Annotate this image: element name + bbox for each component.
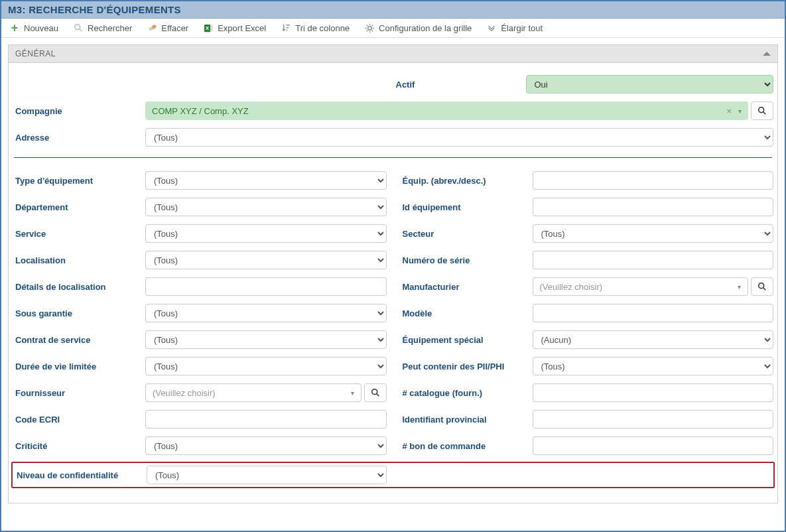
pii-phi-select[interactable]: (Tous) [533, 357, 774, 375]
svg-line-1 [80, 29, 82, 32]
fournisseur-label: Fournisseur [13, 388, 145, 398]
adresse-select[interactable]: (Tous) [145, 128, 773, 147]
chevron-down-icon[interactable]: ▾ [735, 283, 744, 291]
gear-icon [364, 23, 375, 33]
compagnie-search-button[interactable] [751, 101, 773, 120]
bon-commande-label: # bon de commande [400, 441, 533, 451]
numero-serie-input[interactable] [533, 251, 774, 269]
plus-icon: + [9, 23, 20, 33]
manufacturier-combo[interactable]: (Veuillez choisir) ▾ [533, 277, 749, 296]
svg-text:X: X [206, 25, 209, 31]
criticite-select[interactable]: (Tous) [145, 436, 387, 455]
svg-line-20 [763, 112, 766, 115]
elargir-button[interactable]: Élargir tout [486, 23, 543, 33]
svg-line-17 [366, 30, 367, 31]
type-equip-select[interactable]: (Tous) [145, 171, 387, 190]
equip-abrev-input[interactable] [533, 171, 774, 190]
secteur-select[interactable]: (Tous) [533, 224, 774, 243]
toolbar: + Nouveau Rechercher Effacer X Export Ex… [1, 19, 785, 38]
niveau-conf-select[interactable]: (Tous) [147, 466, 387, 484]
manufacturier-placeholder: (Veuillez choisir) [540, 282, 736, 292]
code-ecri-input[interactable] [145, 410, 387, 429]
sort-icon [281, 23, 291, 33]
duree-vie-select[interactable]: (Tous) [145, 357, 387, 375]
rechercher-label: Rechercher [88, 23, 132, 33]
chevron-down-icon[interactable]: ▾ [348, 389, 357, 397]
window-title: M3: RECHERCHE D'ÉQUIPEMENTS [1, 1, 785, 19]
localisation-label: Localisation [13, 255, 145, 265]
equip-special-select[interactable]: (Aucun) [533, 330, 774, 349]
tri-colonne-button[interactable]: Tri de colonne [281, 23, 350, 33]
localisation-select[interactable]: (Tous) [145, 251, 387, 269]
effacer-label: Effacer [161, 23, 188, 33]
manufacturier-label: Manufacturier [400, 282, 533, 292]
panel-title: GÉNÉRAL [15, 49, 56, 58]
svg-line-22 [763, 288, 766, 291]
chevron-down-icon [486, 23, 497, 33]
svg-point-19 [759, 107, 764, 113]
elargir-label: Élargir tout [501, 23, 543, 33]
id-provincial-label: Identifiant provincial [400, 415, 533, 425]
equip-special-label: Équipement spécial [400, 335, 533, 345]
effacer-button[interactable]: Effacer [147, 23, 188, 33]
fournisseur-placeholder: (Veuillez choisir) [153, 388, 348, 398]
collapse-icon [763, 52, 771, 56]
pii-phi-label: Peut contenir des PII/PHI [400, 362, 533, 371]
chevron-down-icon[interactable]: ▾ [736, 107, 744, 115]
general-panel: GÉNÉRAL Actif Oui Com [8, 44, 778, 503]
service-select[interactable]: (Tous) [145, 224, 387, 243]
svg-line-16 [371, 30, 372, 31]
search-icon [73, 23, 84, 33]
secteur-label: Secteur [400, 229, 533, 239]
catalogue-fourn-label: # catalogue (fourn.) [400, 388, 533, 398]
clear-icon[interactable]: × [722, 106, 736, 116]
catalogue-fourn-input[interactable] [533, 383, 774, 402]
rechercher-button[interactable]: Rechercher [73, 23, 132, 33]
code-ecri-label: Code ECRI [13, 415, 145, 425]
modele-label: Modèle [400, 308, 533, 318]
id-equip-label: Id équipement [400, 202, 533, 212]
nouveau-button[interactable]: + Nouveau [9, 23, 58, 33]
fournisseur-combo[interactable]: (Veuillez choisir) ▾ [145, 383, 361, 402]
details-loc-label: Détails de localisation [13, 282, 145, 292]
svg-rect-6 [210, 25, 213, 31]
modele-input[interactable] [533, 304, 774, 322]
equip-abrev-label: Équip. (abrev./desc.) [400, 176, 533, 186]
svg-point-23 [371, 389, 377, 395]
contrat-service-label: Contrat de service [13, 335, 145, 345]
type-equip-label: Type d'équipement [13, 176, 145, 186]
sous-garantie-label: Sous garantie [13, 308, 145, 318]
details-loc-input[interactable] [145, 277, 387, 296]
actif-select[interactable]: Oui [526, 75, 774, 94]
id-equip-input[interactable] [533, 198, 774, 216]
compagnie-value: COMP XYZ / Comp. XYZ [152, 106, 722, 116]
svg-line-24 [376, 394, 379, 397]
niveau-conf-highlight: Niveau de confidentialité (Tous) [11, 462, 775, 488]
export-excel-button[interactable]: X Export Excel [203, 23, 266, 33]
export-excel-label: Export Excel [218, 23, 266, 33]
svg-line-15 [366, 25, 367, 25]
eraser-icon [147, 23, 157, 33]
divider [14, 157, 772, 158]
duree-vie-label: Durée de vie limitée [13, 362, 145, 371]
compagnie-label: Compagnie [13, 106, 145, 116]
panel-header[interactable]: GÉNÉRAL [9, 45, 777, 63]
adresse-label: Adresse [13, 133, 145, 143]
numero-serie-label: Numéro de série [400, 255, 533, 265]
tri-colonne-label: Tri de colonne [295, 23, 350, 33]
departement-select[interactable]: (Tous) [145, 198, 387, 216]
contrat-service-select[interactable]: (Tous) [145, 330, 387, 349]
svg-point-10 [367, 26, 371, 30]
compagnie-combo[interactable]: COMP XYZ / Comp. XYZ × ▾ [145, 101, 748, 120]
manufacturier-search-button[interactable] [751, 277, 773, 296]
bon-commande-input[interactable] [533, 436, 774, 455]
sous-garantie-select[interactable]: (Tous) [145, 304, 387, 322]
actif-label: Actif [393, 80, 526, 90]
config-grille-button[interactable]: Configuration de la grille [364, 23, 472, 33]
id-provincial-input[interactable] [533, 410, 774, 429]
service-label: Service [13, 229, 145, 239]
svg-point-0 [75, 25, 80, 30]
svg-line-18 [371, 25, 372, 25]
fournisseur-search-button[interactable] [364, 383, 387, 402]
config-grille-label: Configuration de la grille [379, 23, 472, 33]
